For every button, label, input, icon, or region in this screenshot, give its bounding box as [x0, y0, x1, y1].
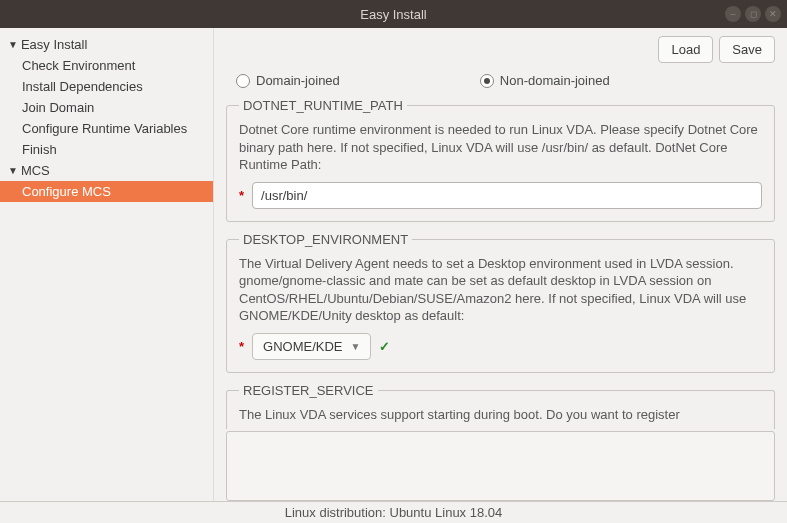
section-register-service: REGISTER_SERVICE The Linux VDA services …: [226, 383, 775, 429]
sidebar-item-install-dependencies[interactable]: Install Dependencies: [0, 76, 213, 97]
tree-group-label: MCS: [21, 163, 50, 178]
required-marker: *: [239, 339, 244, 354]
bottom-panel: [226, 431, 775, 501]
desktop-environment-dropdown[interactable]: GNOME/KDE ▼: [252, 333, 371, 360]
main-panel: Load Save Domain-joined Non-domain-joine…: [214, 28, 787, 501]
section-description: The Linux VDA services support starting …: [239, 406, 762, 424]
sidebar-item-finish[interactable]: Finish: [0, 139, 213, 160]
sidebar-item-configure-mcs[interactable]: Configure MCS: [0, 181, 213, 202]
dropdown-value: GNOME/KDE: [263, 339, 342, 354]
required-marker: *: [239, 188, 244, 203]
save-button[interactable]: Save: [719, 36, 775, 63]
status-text: Linux distribution: Ubuntu Linux 18.04: [285, 505, 503, 520]
chevron-down-icon: ▼: [8, 39, 18, 50]
dotnet-path-input[interactable]: [252, 182, 762, 209]
radio-label: Domain-joined: [256, 73, 340, 88]
status-bar: Linux distribution: Ubuntu Linux 18.04: [0, 501, 787, 523]
titlebar: Easy Install – ◻ ✕: [0, 0, 787, 28]
radio-domain-joined[interactable]: Domain-joined: [236, 73, 340, 88]
window-controls: – ◻ ✕: [725, 6, 781, 22]
section-legend: DESKTOP_ENVIRONMENT: [239, 232, 412, 247]
form-scroll-area[interactable]: DOTNET_RUNTIME_PATH Dotnet Core runtime …: [226, 98, 775, 429]
sidebar-item-join-domain[interactable]: Join Domain: [0, 97, 213, 118]
close-icon[interactable]: ✕: [765, 6, 781, 22]
section-dotnet-runtime-path: DOTNET_RUNTIME_PATH Dotnet Core runtime …: [226, 98, 775, 222]
section-legend: DOTNET_RUNTIME_PATH: [239, 98, 407, 113]
chevron-down-icon: ▼: [351, 341, 361, 352]
maximize-icon[interactable]: ◻: [745, 6, 761, 22]
sidebar-item-configure-runtime-variables[interactable]: Configure Runtime Variables: [0, 118, 213, 139]
section-description: The Virtual Delivery Agent needs to set …: [239, 255, 762, 325]
tree-group-label: Easy Install: [21, 37, 87, 52]
radio-non-domain-joined[interactable]: Non-domain-joined: [480, 73, 610, 88]
sidebar: ▼ Easy Install Check Environment Install…: [0, 28, 214, 501]
section-description: Dotnet Core runtime environment is neede…: [239, 121, 762, 174]
tree-group-mcs[interactable]: ▼ MCS: [0, 160, 213, 181]
chevron-down-icon: ▼: [8, 165, 18, 176]
radio-off-icon: [236, 74, 250, 88]
window-title: Easy Install: [360, 7, 426, 22]
tree-group-easy-install[interactable]: ▼ Easy Install: [0, 34, 213, 55]
section-legend: REGISTER_SERVICE: [239, 383, 378, 398]
check-icon: ✓: [379, 339, 390, 354]
sidebar-item-check-environment[interactable]: Check Environment: [0, 55, 213, 76]
load-button[interactable]: Load: [658, 36, 713, 63]
section-desktop-environment: DESKTOP_ENVIRONMENT The Virtual Delivery…: [226, 232, 775, 373]
radio-label: Non-domain-joined: [500, 73, 610, 88]
radio-on-icon: [480, 74, 494, 88]
minimize-icon[interactable]: –: [725, 6, 741, 22]
